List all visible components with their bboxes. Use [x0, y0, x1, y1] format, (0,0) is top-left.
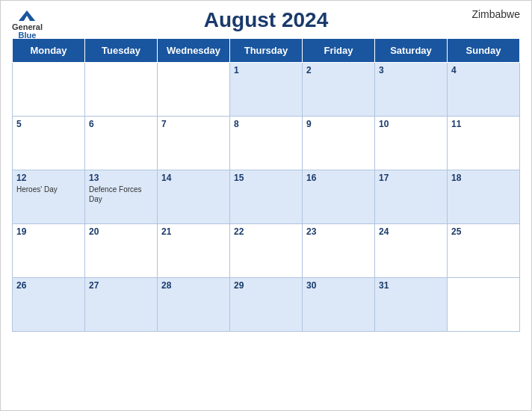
- date-number: 4: [451, 65, 516, 75]
- date-number: 24: [379, 226, 443, 237]
- week-row-1: 1234: [13, 63, 520, 117]
- date-number: 12: [16, 173, 81, 183]
- calendar-day-cell: 28: [158, 278, 230, 332]
- calendar-day-cell: 5: [13, 117, 85, 170]
- header-thursday: Thursday: [230, 39, 303, 63]
- calendar-day-cell: 14: [158, 170, 230, 224]
- calendar-day-cell: 4: [448, 63, 520, 117]
- calendar-day-cell: 29: [230, 278, 303, 332]
- date-number: 1: [234, 65, 298, 75]
- logo-area: General Blue: [12, 8, 43, 40]
- calendar-container: General Blue August 2024 Zimbabwe Monday…: [0, 0, 532, 411]
- date-number: 25: [451, 226, 516, 237]
- calendar-day-cell: [13, 63, 85, 117]
- date-number: 8: [234, 119, 298, 129]
- calendar-day-cell: 21: [158, 224, 230, 278]
- date-number: 31: [379, 280, 443, 291]
- date-number: 14: [161, 173, 226, 183]
- calendar-day-cell: 15: [230, 170, 303, 224]
- calendar-day-cell: 7: [158, 117, 230, 170]
- calendar-day-cell: 10: [375, 117, 448, 170]
- week-row-3: 12Heroes' Day13Defence Forces Day1415161…: [13, 170, 520, 224]
- calendar-day-cell: 16: [303, 170, 375, 224]
- date-number: 10: [379, 119, 443, 129]
- date-number: 18: [451, 173, 516, 183]
- date-number: 15: [234, 173, 298, 183]
- calendar-day-cell: 1: [230, 63, 303, 117]
- date-number: 3: [379, 65, 443, 75]
- calendar-title: August 2024: [204, 8, 329, 32]
- calendar-day-cell: 30: [303, 278, 375, 332]
- calendar-day-cell: 23: [303, 224, 375, 278]
- event-label: Heroes' Day: [16, 185, 81, 194]
- calendar-day-cell: [158, 63, 230, 117]
- header-friday: Friday: [303, 39, 375, 63]
- date-number: 22: [234, 226, 298, 237]
- header-wednesday: Wednesday: [158, 39, 230, 63]
- header-sunday: Sunday: [448, 39, 520, 63]
- calendar-day-cell: 2: [303, 63, 375, 117]
- calendar-header: General Blue August 2024 Zimbabwe: [12, 8, 520, 32]
- calendar-day-cell: 18: [448, 170, 520, 224]
- date-number: 13: [89, 173, 153, 183]
- date-number: 29: [234, 280, 298, 291]
- date-number: 19: [16, 226, 81, 237]
- date-number: 5: [16, 119, 81, 129]
- logo-icon: [16, 8, 37, 23]
- calendar-day-cell: 25: [448, 224, 520, 278]
- date-number: 7: [161, 119, 226, 129]
- calendar-day-cell: 19: [13, 224, 85, 278]
- header-monday: Monday: [13, 39, 85, 63]
- date-number: 9: [306, 119, 371, 129]
- event-label: Defence Forces Day: [89, 185, 153, 204]
- date-number: 27: [89, 280, 153, 291]
- calendar-day-cell: 27: [85, 278, 158, 332]
- date-number: 21: [161, 226, 226, 237]
- date-number: 2: [306, 65, 371, 75]
- week-row-2: 567891011: [13, 117, 520, 170]
- calendar-day-cell: 20: [85, 224, 158, 278]
- calendar-day-cell: 26: [13, 278, 85, 332]
- calendar-day-cell: 11: [448, 117, 520, 170]
- calendar-day-cell: 24: [375, 224, 448, 278]
- date-number: 6: [89, 119, 153, 129]
- week-row-5: 262728293031: [13, 278, 520, 332]
- date-number: 26: [16, 280, 81, 291]
- date-number: 28: [161, 280, 226, 291]
- calendar-grid: Monday Tuesday Wednesday Thursday Friday…: [12, 38, 520, 332]
- date-number: 23: [306, 226, 371, 237]
- calendar-day-cell: 17: [375, 170, 448, 224]
- calendar-day-cell: 22: [230, 224, 303, 278]
- country-label: Zimbabwe: [471, 8, 520, 20]
- calendar-day-cell: [85, 63, 158, 117]
- calendar-day-cell: 9: [303, 117, 375, 170]
- calendar-day-cell: 13Defence Forces Day: [85, 170, 158, 224]
- logo-blue-text: Blue: [19, 31, 37, 40]
- calendar-day-cell: 31: [375, 278, 448, 332]
- header-saturday: Saturday: [375, 39, 448, 63]
- calendar-day-cell: 6: [85, 117, 158, 170]
- calendar-day-cell: [448, 278, 520, 332]
- date-number: 11: [451, 119, 516, 129]
- calendar-day-cell: 8: [230, 117, 303, 170]
- calendar-day-cell: 3: [375, 63, 448, 117]
- week-row-4: 19202122232425: [13, 224, 520, 278]
- date-number: 17: [379, 173, 443, 183]
- date-number: 30: [306, 280, 371, 291]
- date-number: 20: [89, 226, 153, 237]
- date-number: 16: [306, 173, 371, 183]
- header-tuesday: Tuesday: [85, 39, 158, 63]
- calendar-day-cell: 12Heroes' Day: [13, 170, 85, 224]
- day-headers-row: Monday Tuesday Wednesday Thursday Friday…: [13, 39, 520, 63]
